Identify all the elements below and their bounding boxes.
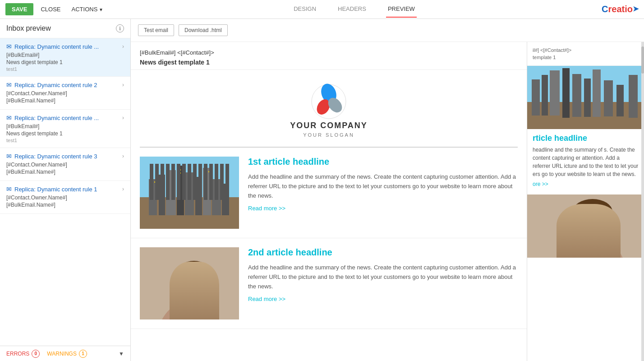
errors-count: 0: [32, 350, 40, 358]
svg-rect-31: [542, 75, 548, 116]
sidebar-item-subject: News digest template 1: [6, 130, 124, 137]
errors-badge[interactable]: ERRORS 0: [6, 350, 40, 358]
sidebar-header: Inbox preview ℹ: [0, 19, 130, 38]
chevron-right-icon: ›: [122, 115, 124, 121]
test-email-button[interactable]: Test email: [138, 24, 174, 36]
svg-rect-44: [572, 230, 579, 242]
svg-rect-37: [604, 80, 613, 116]
right-panel: il#] <[#Contact#]> template 1: [527, 42, 644, 361]
svg-rect-22: [208, 171, 210, 172]
sidebar-item-title: ✉ Replica: Dynamic content rule ...: [6, 43, 122, 50]
svg-rect-23: [140, 247, 239, 319]
sidebar-item-title: ✉ Replica: Dynamic content rule 3: [6, 153, 122, 160]
article-2-content: 2nd article headline Add the headline an…: [248, 247, 518, 319]
svg-rect-21: [206, 171, 207, 172]
tab-design[interactable]: DESIGN: [292, 1, 318, 18]
sidebar-list: ✉ Replica: Dynamic content rule ... › [#…: [0, 38, 130, 346]
list-item[interactable]: ✉ Replica: Dynamic content rule 2 › [#Co…: [0, 77, 130, 110]
sidebar-item-subject: [#BulkEmail.Name#]: [6, 169, 124, 175]
svg-point-26: [177, 261, 211, 283]
right-article-title: rticle headline: [527, 129, 644, 146]
right-meta: il#] <[#Contact#]> template 1: [527, 42, 644, 66]
svg-rect-17: [152, 185, 153, 186]
svg-rect-33: [562, 68, 570, 118]
svg-rect-40: [527, 194, 644, 258]
article-2-image: [140, 247, 239, 319]
article-1-image: [140, 157, 239, 229]
svg-rect-7: [159, 175, 165, 215]
tab-headers[interactable]: HEADERS: [336, 1, 368, 18]
sidebar-item-title: ✉ Replica: Dynamic content rule ...: [6, 114, 122, 121]
sidebar-item-header: ✉ Replica: Dynamic content rule ... ›: [6, 114, 124, 121]
company-name: YOUR COMPANY: [149, 121, 509, 130]
sidebar-item-from: [#BulkEmail#]: [6, 52, 124, 58]
svg-rect-30: [532, 79, 540, 116]
main-layout: Inbox preview ℹ ✉ Replica: Dynamic conte…: [0, 19, 644, 361]
list-item[interactable]: ✉ Replica: Dynamic content rule 3 › [#Co…: [0, 148, 130, 181]
actions-button[interactable]: ACTIONS: [68, 4, 107, 14]
article-1-headline: 1st article headline: [248, 157, 518, 167]
sidebar-item-title: ✉ Replica: Dynamic content rule 2: [6, 81, 122, 88]
article-1-read-more[interactable]: Read more >>: [248, 205, 285, 212]
save-button[interactable]: SAVE: [5, 3, 33, 15]
warnings-count: 1: [79, 350, 87, 358]
chevron-right-icon: ›: [122, 82, 124, 88]
article-1-content: 1st article headline Add the headline an…: [248, 157, 518, 229]
envelope-icon: ✉: [6, 114, 12, 121]
article-1-section: 1st article headline Add the headline an…: [131, 148, 527, 238]
sidebar-item-subject: [#BulkEmail.Name#]: [6, 97, 124, 104]
chevron-right-icon: ›: [122, 43, 124, 50]
sidebar-item-from: [#Contact.Owner.Name#]: [6, 162, 124, 168]
envelope-icon: ✉: [6, 43, 12, 50]
sidebar-item-header: ✉ Replica: Dynamic content rule 2 ›: [6, 81, 124, 88]
email-meta: [#BulkEmail#] <[#Contact#]> News digest …: [131, 42, 527, 70]
sidebar-item-from: [#BulkEmail#]: [6, 123, 124, 130]
svg-rect-4: [140, 157, 239, 202]
svg-rect-13: [212, 179, 221, 215]
sidebar-item-from: [#Contact.Owner.Name#]: [6, 194, 124, 201]
right-article-text: headline and the summary of s. Create th…: [527, 146, 644, 178]
email-subject: News digest template 1: [140, 59, 518, 66]
sidebar-item-header: ✉ Replica: Dynamic content rule 3 ›: [6, 153, 124, 160]
svg-rect-18: [179, 169, 181, 171]
email-header-section: YOUR COMPANY YOUR SLOGAN: [140, 70, 518, 147]
scrollbar[interactable]: [641, 42, 644, 361]
sidebar-item-sub: test1: [6, 66, 124, 72]
svg-rect-11: [195, 177, 202, 215]
toolbar: SAVE CLOSE ACTIONS DESIGN HEADERS PREVIE…: [0, 0, 644, 19]
right-read-more[interactable]: ore >>: [527, 178, 644, 190]
email-from: [#BulkEmail#] <[#Contact#]>: [140, 49, 518, 56]
list-item[interactable]: ✉ Replica: Dynamic content rule ... › [#…: [0, 110, 130, 148]
preview-area: Test email Download .html [#BulkEmail#] …: [131, 19, 644, 361]
sidebar-item-title: ✉ Replica: Dynamic content rule 1: [6, 185, 122, 193]
svg-point-41: [554, 235, 626, 258]
bottom-bar: ERRORS 0 WARNINGS 1 ▼: [0, 346, 130, 361]
svg-rect-35: [584, 79, 591, 117]
preview-toolbar: Test email Download .html: [131, 19, 644, 42]
collapse-icon[interactable]: ▼: [119, 351, 124, 357]
download-html-button[interactable]: Download .html: [179, 24, 228, 36]
preview-email[interactable]: [#BulkEmail#] <[#Contact#]> News digest …: [131, 42, 527, 361]
warnings-label: WARNINGS: [47, 351, 77, 357]
article-2-read-more[interactable]: Read more >>: [248, 296, 285, 302]
right-article-image: [527, 66, 644, 129]
close-button[interactable]: CLOSE: [37, 4, 64, 14]
svg-rect-12: [203, 168, 211, 215]
creatio-logo: Creatio➤: [602, 4, 639, 14]
svg-rect-19: [182, 169, 184, 171]
sidebar-title: Inbox preview: [6, 24, 51, 32]
company-slogan: YOUR SLOGAN: [149, 132, 509, 138]
right-panel-inner: il#] <[#Contact#]> template 1: [527, 42, 644, 258]
scrollbar-thumb: [641, 46, 644, 74]
list-item[interactable]: ✉ Replica: Dynamic content rule ... › [#…: [0, 38, 130, 77]
envelope-icon: ✉: [6, 185, 12, 193]
tab-bar: DESIGN HEADERS PREVIEW: [110, 1, 598, 18]
article-2-headline: 2nd article headline: [248, 247, 518, 258]
sidebar-item-header: ✉ Replica: Dynamic content rule 1 ›: [6, 185, 124, 193]
warnings-badge[interactable]: WARNINGS 1: [47, 350, 87, 358]
list-item[interactable]: ✉ Replica: Dynamic content rule 1 › [#Co…: [0, 181, 130, 214]
tab-preview[interactable]: PREVIEW: [386, 1, 417, 18]
info-icon[interactable]: ℹ: [116, 24, 124, 32]
svg-rect-38: [616, 85, 624, 116]
svg-point-43: [573, 199, 612, 224]
